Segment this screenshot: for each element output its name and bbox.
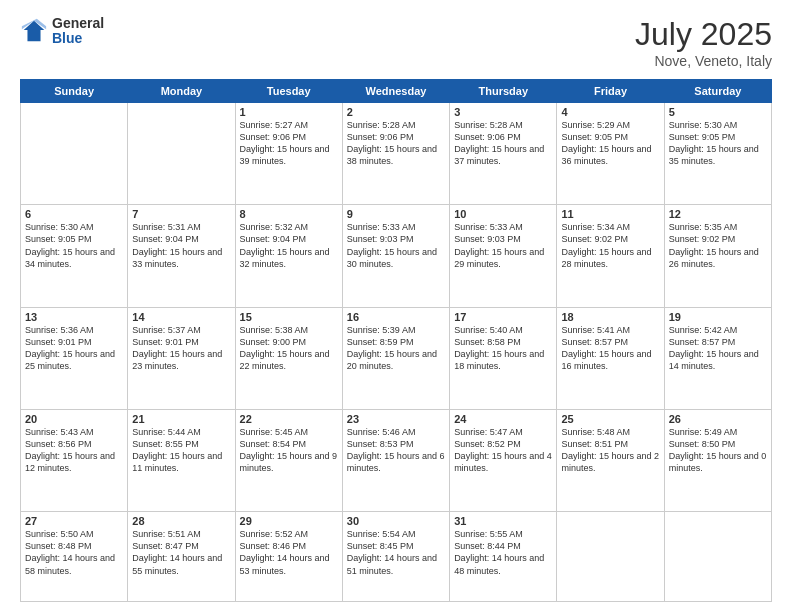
weekday-header: Wednesday [342, 80, 449, 103]
calendar-cell: 8Sunrise: 5:32 AMSunset: 9:04 PMDaylight… [235, 205, 342, 307]
calendar-cell: 25Sunrise: 5:48 AMSunset: 8:51 PMDayligh… [557, 409, 664, 511]
calendar-cell: 11Sunrise: 5:34 AMSunset: 9:02 PMDayligh… [557, 205, 664, 307]
day-info: Sunrise: 5:35 AMSunset: 9:02 PMDaylight:… [669, 221, 767, 270]
day-info: Sunrise: 5:47 AMSunset: 8:52 PMDaylight:… [454, 426, 552, 475]
calendar-cell: 31Sunrise: 5:55 AMSunset: 8:44 PMDayligh… [450, 512, 557, 602]
calendar-cell: 9Sunrise: 5:33 AMSunset: 9:03 PMDaylight… [342, 205, 449, 307]
calendar-cell: 26Sunrise: 5:49 AMSunset: 8:50 PMDayligh… [664, 409, 771, 511]
weekday-header: Sunday [21, 80, 128, 103]
calendar-cell: 15Sunrise: 5:38 AMSunset: 9:00 PMDayligh… [235, 307, 342, 409]
logo: General Blue [20, 16, 104, 47]
day-number: 14 [132, 311, 230, 323]
calendar-cell: 27Sunrise: 5:50 AMSunset: 8:48 PMDayligh… [21, 512, 128, 602]
calendar-week-row: 1Sunrise: 5:27 AMSunset: 9:06 PMDaylight… [21, 103, 772, 205]
day-info: Sunrise: 5:54 AMSunset: 8:45 PMDaylight:… [347, 528, 445, 577]
day-info: Sunrise: 5:45 AMSunset: 8:54 PMDaylight:… [240, 426, 338, 475]
day-info: Sunrise: 5:33 AMSunset: 9:03 PMDaylight:… [454, 221, 552, 270]
calendar-cell: 22Sunrise: 5:45 AMSunset: 8:54 PMDayligh… [235, 409, 342, 511]
logo-blue: Blue [52, 31, 104, 46]
title-area: July 2025 Nove, Veneto, Italy [635, 16, 772, 69]
weekday-header: Saturday [664, 80, 771, 103]
day-number: 15 [240, 311, 338, 323]
day-number: 8 [240, 208, 338, 220]
day-info: Sunrise: 5:41 AMSunset: 8:57 PMDaylight:… [561, 324, 659, 373]
day-info: Sunrise: 5:27 AMSunset: 9:06 PMDaylight:… [240, 119, 338, 168]
day-number: 17 [454, 311, 552, 323]
day-info: Sunrise: 5:55 AMSunset: 8:44 PMDaylight:… [454, 528, 552, 577]
day-info: Sunrise: 5:46 AMSunset: 8:53 PMDaylight:… [347, 426, 445, 475]
day-number: 12 [669, 208, 767, 220]
day-number: 2 [347, 106, 445, 118]
calendar-cell [557, 512, 664, 602]
day-number: 24 [454, 413, 552, 425]
day-info: Sunrise: 5:29 AMSunset: 9:05 PMDaylight:… [561, 119, 659, 168]
day-info: Sunrise: 5:32 AMSunset: 9:04 PMDaylight:… [240, 221, 338, 270]
calendar-cell: 17Sunrise: 5:40 AMSunset: 8:58 PMDayligh… [450, 307, 557, 409]
calendar-cell: 16Sunrise: 5:39 AMSunset: 8:59 PMDayligh… [342, 307, 449, 409]
calendar-header-row: SundayMondayTuesdayWednesdayThursdayFrid… [21, 80, 772, 103]
day-number: 25 [561, 413, 659, 425]
calendar-cell: 4Sunrise: 5:29 AMSunset: 9:05 PMDaylight… [557, 103, 664, 205]
calendar-week-row: 20Sunrise: 5:43 AMSunset: 8:56 PMDayligh… [21, 409, 772, 511]
calendar-week-row: 6Sunrise: 5:30 AMSunset: 9:05 PMDaylight… [21, 205, 772, 307]
day-number: 13 [25, 311, 123, 323]
day-number: 30 [347, 515, 445, 527]
day-info: Sunrise: 5:34 AMSunset: 9:02 PMDaylight:… [561, 221, 659, 270]
calendar-cell: 30Sunrise: 5:54 AMSunset: 8:45 PMDayligh… [342, 512, 449, 602]
day-number: 22 [240, 413, 338, 425]
day-info: Sunrise: 5:48 AMSunset: 8:51 PMDaylight:… [561, 426, 659, 475]
calendar-cell: 10Sunrise: 5:33 AMSunset: 9:03 PMDayligh… [450, 205, 557, 307]
day-number: 6 [25, 208, 123, 220]
day-info: Sunrise: 5:33 AMSunset: 9:03 PMDaylight:… [347, 221, 445, 270]
calendar-cell: 3Sunrise: 5:28 AMSunset: 9:06 PMDaylight… [450, 103, 557, 205]
day-number: 19 [669, 311, 767, 323]
day-info: Sunrise: 5:43 AMSunset: 8:56 PMDaylight:… [25, 426, 123, 475]
calendar-cell [664, 512, 771, 602]
calendar-table: SundayMondayTuesdayWednesdayThursdayFrid… [20, 79, 772, 602]
day-info: Sunrise: 5:28 AMSunset: 9:06 PMDaylight:… [347, 119, 445, 168]
day-number: 23 [347, 413, 445, 425]
calendar-cell: 13Sunrise: 5:36 AMSunset: 9:01 PMDayligh… [21, 307, 128, 409]
day-number: 10 [454, 208, 552, 220]
day-number: 20 [25, 413, 123, 425]
day-info: Sunrise: 5:49 AMSunset: 8:50 PMDaylight:… [669, 426, 767, 475]
calendar-cell: 5Sunrise: 5:30 AMSunset: 9:05 PMDaylight… [664, 103, 771, 205]
logo-text: General Blue [52, 16, 104, 47]
day-info: Sunrise: 5:37 AMSunset: 9:01 PMDaylight:… [132, 324, 230, 373]
calendar-cell: 14Sunrise: 5:37 AMSunset: 9:01 PMDayligh… [128, 307, 235, 409]
day-info: Sunrise: 5:40 AMSunset: 8:58 PMDaylight:… [454, 324, 552, 373]
day-info: Sunrise: 5:31 AMSunset: 9:04 PMDaylight:… [132, 221, 230, 270]
calendar-cell: 18Sunrise: 5:41 AMSunset: 8:57 PMDayligh… [557, 307, 664, 409]
day-number: 11 [561, 208, 659, 220]
weekday-header: Tuesday [235, 80, 342, 103]
day-number: 3 [454, 106, 552, 118]
day-number: 9 [347, 208, 445, 220]
calendar-cell: 21Sunrise: 5:44 AMSunset: 8:55 PMDayligh… [128, 409, 235, 511]
calendar-week-row: 27Sunrise: 5:50 AMSunset: 8:48 PMDayligh… [21, 512, 772, 602]
month-title: July 2025 [635, 16, 772, 53]
calendar-cell: 1Sunrise: 5:27 AMSunset: 9:06 PMDaylight… [235, 103, 342, 205]
day-info: Sunrise: 5:42 AMSunset: 8:57 PMDaylight:… [669, 324, 767, 373]
day-number: 1 [240, 106, 338, 118]
page: General Blue July 2025 Nove, Veneto, Ita… [0, 0, 792, 612]
day-number: 5 [669, 106, 767, 118]
day-info: Sunrise: 5:30 AMSunset: 9:05 PMDaylight:… [669, 119, 767, 168]
day-number: 29 [240, 515, 338, 527]
day-info: Sunrise: 5:38 AMSunset: 9:00 PMDaylight:… [240, 324, 338, 373]
day-number: 27 [25, 515, 123, 527]
calendar-cell: 7Sunrise: 5:31 AMSunset: 9:04 PMDaylight… [128, 205, 235, 307]
day-number: 31 [454, 515, 552, 527]
day-info: Sunrise: 5:50 AMSunset: 8:48 PMDaylight:… [25, 528, 123, 577]
day-info: Sunrise: 5:36 AMSunset: 9:01 PMDaylight:… [25, 324, 123, 373]
day-number: 7 [132, 208, 230, 220]
logo-general: General [52, 16, 104, 31]
day-number: 28 [132, 515, 230, 527]
day-number: 4 [561, 106, 659, 118]
weekday-header: Thursday [450, 80, 557, 103]
day-info: Sunrise: 5:52 AMSunset: 8:46 PMDaylight:… [240, 528, 338, 577]
header: General Blue July 2025 Nove, Veneto, Ita… [20, 16, 772, 69]
calendar-cell: 2Sunrise: 5:28 AMSunset: 9:06 PMDaylight… [342, 103, 449, 205]
calendar-cell [128, 103, 235, 205]
day-info: Sunrise: 5:30 AMSunset: 9:05 PMDaylight:… [25, 221, 123, 270]
calendar-cell: 28Sunrise: 5:51 AMSunset: 8:47 PMDayligh… [128, 512, 235, 602]
